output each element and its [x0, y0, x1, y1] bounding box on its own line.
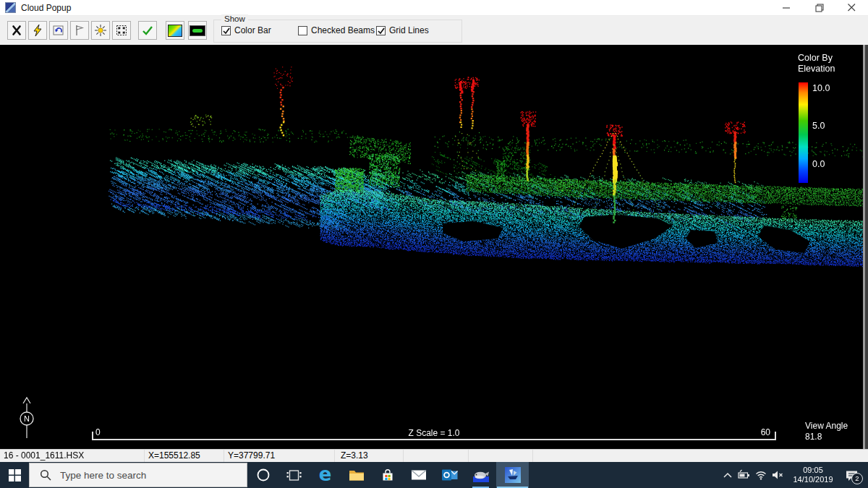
colormap-icon: [168, 25, 182, 37]
restore-icon: [815, 4, 824, 12]
restore-button[interactable]: [803, 0, 835, 15]
undo-button[interactable]: [49, 21, 68, 40]
speaker-mute-icon: [772, 469, 783, 481]
taskbar: e: [0, 462, 868, 488]
checkbox-label: Grid Lines: [389, 25, 429, 35]
taskbar-clock[interactable]: 09:05 14/10/2019: [788, 466, 838, 484]
check-icon: [141, 24, 154, 37]
checkbox-box[interactable]: [298, 26, 307, 35]
search-icon: [40, 469, 51, 481]
edge-icon: e: [319, 465, 332, 484]
checkbox-checked-beams[interactable]: Checked Beams: [298, 25, 375, 35]
show-group-label: Show: [221, 14, 248, 23]
view-angle: View Angle 81.8: [805, 421, 848, 442]
checkbox-color-bar[interactable]: Color Bar: [221, 25, 271, 35]
color-bar-display-button[interactable]: [188, 21, 207, 40]
sun-icon: [94, 24, 107, 37]
window-title: Cloud Popup: [21, 3, 71, 13]
chevron-up-icon: [723, 471, 733, 479]
windows-logo-icon: [9, 469, 21, 481]
status-empty-cell: [469, 450, 533, 462]
legend-title-line2: Elevation: [798, 64, 835, 74]
flag-marker-button[interactable]: [70, 21, 89, 40]
legend-tick-max: 10.0: [812, 83, 830, 93]
checkbox-label: Checked Beams: [311, 25, 375, 35]
notification-badge: 2: [851, 473, 863, 484]
colorbar-gradient: [799, 82, 808, 183]
mail-icon: [411, 469, 427, 481]
undo-icon: [52, 24, 65, 37]
volume-status[interactable]: [769, 462, 786, 488]
action-center-button[interactable]: 2: [841, 462, 864, 488]
minimize-icon: [783, 4, 791, 12]
view-angle-label: View Angle: [805, 421, 848, 432]
wifi-status[interactable]: [752, 462, 769, 488]
mail-button[interactable]: [403, 462, 434, 488]
cortana-icon: [256, 468, 271, 482]
tray-chevron-button[interactable]: [719, 462, 736, 488]
zoom-extents-button[interactable]: [112, 21, 131, 40]
minimize-button[interactable]: [770, 0, 803, 15]
color-map-button[interactable]: [166, 21, 184, 40]
check-mark-icon: [221, 26, 231, 36]
checkbox-box[interactable]: [376, 26, 386, 35]
status-filename: 16 - 0001_1611.HSX: [0, 450, 145, 462]
status-x-coord: X=155512.85: [145, 450, 224, 462]
delete-points-button[interactable]: [7, 21, 26, 40]
checkbox-grid-lines[interactable]: Grid Lines: [376, 25, 429, 35]
scale-bar-line: [92, 439, 776, 440]
outlook-icon: [442, 468, 458, 481]
legend-tick-min: 0.0: [812, 159, 825, 169]
search-input[interactable]: [59, 469, 247, 481]
app-window: Cloud Popup: [0, 0, 868, 488]
checkbox-label: Color Bar: [234, 25, 271, 35]
survey-app-icon: [505, 467, 521, 483]
x-icon: [10, 24, 23, 37]
clock-date: 14/10/2019: [788, 475, 838, 484]
lightning-icon: [31, 24, 44, 37]
status-y-coord: Y=37799.71: [224, 450, 335, 462]
folder-icon: [349, 468, 365, 481]
wifi-icon: [755, 469, 767, 481]
point-cloud-view: Color By Elevation 10.0 5.0 0.0 N 0 60 Z…: [0, 45, 868, 449]
taskbar-search-box[interactable]: [29, 463, 247, 487]
north-label: N: [24, 414, 30, 423]
point-cloud-canvas[interactable]: [0, 45, 868, 449]
cortana-button[interactable]: [247, 462, 278, 488]
edge-button[interactable]: e: [310, 462, 341, 488]
expand-icon: [115, 24, 128, 37]
start-button[interactable]: [0, 462, 29, 488]
colorbar-icon: [190, 25, 205, 36]
status-empty-cell: [404, 450, 469, 462]
clock-time: 09:05: [788, 466, 838, 475]
status-z-coord: Z=3.13: [335, 450, 404, 462]
store-button[interactable]: [372, 462, 403, 488]
whale-app-button[interactable]: [465, 462, 496, 488]
battery-icon: [738, 469, 750, 481]
survey-app-button[interactable]: [496, 462, 529, 488]
checkbox-box[interactable]: [221, 26, 231, 35]
view-angle-value: 81.8: [805, 432, 848, 442]
z-scale-label: Z Scale = 1.0: [0, 428, 868, 438]
store-icon: [380, 468, 395, 482]
quick-edit-button[interactable]: [28, 21, 47, 40]
title-bar: Cloud Popup: [0, 0, 868, 16]
battery-status[interactable]: [736, 462, 752, 488]
outlook-button[interactable]: [434, 462, 465, 488]
colorbar-legend-title: Color By Elevation: [798, 53, 835, 74]
whale-app-icon: [472, 467, 490, 483]
toolbar: Show Color Bar Checked Beams Grid Lines: [0, 16, 868, 45]
status-bar: 16 - 0001_1611.HSX X=155512.85 Y=37799.7…: [0, 449, 868, 462]
show-groupbox: Show Color Bar Checked Beams Grid Lines: [213, 20, 462, 43]
task-view-button[interactable]: [278, 462, 310, 488]
window-frame-edge: [865, 45, 868, 449]
task-view-icon: [286, 469, 302, 481]
flag-icon: [73, 24, 86, 37]
file-explorer-button[interactable]: [341, 462, 372, 488]
check-mark-icon: [376, 26, 386, 36]
close-icon: [848, 4, 856, 12]
close-button[interactable]: [835, 0, 868, 15]
status-empty-cell: [533, 450, 868, 462]
brightness-button[interactable]: [91, 21, 110, 40]
accept-check-button[interactable]: [138, 21, 157, 40]
